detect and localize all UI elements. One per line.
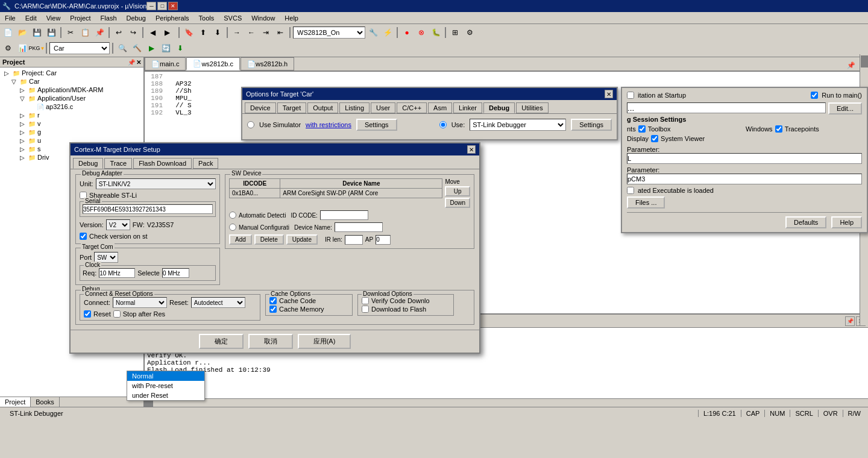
auto-detect-radio[interactable] bbox=[229, 212, 236, 219]
tb-debug-opt1[interactable]: 🔧 bbox=[366, 27, 380, 39]
connect-dropdown[interactable]: Normal bbox=[113, 297, 167, 308]
files-btn[interactable]: Files ... bbox=[627, 196, 665, 209]
options-tab-cpp[interactable]: C/C++ bbox=[397, 102, 427, 113]
defaults-btn[interactable]: Defaults bbox=[785, 216, 826, 228]
param1-input[interactable] bbox=[627, 153, 862, 164]
tb-nav-back[interactable]: ◀ bbox=[146, 27, 159, 39]
panel-tab-project[interactable]: Project bbox=[0, 397, 31, 407]
download-flash-check[interactable] bbox=[362, 306, 369, 313]
up-btn[interactable]: Up bbox=[445, 186, 470, 196]
tb-new[interactable]: 📄 bbox=[1, 27, 14, 39]
tb-open[interactable]: 📂 bbox=[16, 27, 29, 39]
tb-window[interactable]: ⊞ bbox=[448, 27, 462, 39]
options-tab-output[interactable]: Output bbox=[307, 102, 338, 113]
minimize-button[interactable]: ─ bbox=[146, 2, 156, 10]
close-button[interactable]: ✕ bbox=[168, 2, 178, 10]
cache-memory-check[interactable] bbox=[269, 306, 277, 313]
options-tab-debug[interactable]: Debug bbox=[483, 102, 515, 113]
tracepoints-check[interactable] bbox=[775, 125, 782, 133]
menu-edit[interactable]: Edit bbox=[20, 13, 42, 23]
ok-btn[interactable]: 确定 bbox=[199, 334, 244, 349]
tb-outdent[interactable]: ← bbox=[245, 27, 258, 39]
tb-dbg[interactable]: 🐛 bbox=[429, 27, 442, 39]
dropdown-item-under-reset[interactable]: under Reset bbox=[127, 391, 204, 400]
menu-flash[interactable]: Flash bbox=[96, 13, 122, 23]
param2-input[interactable] bbox=[627, 174, 862, 184]
cortex-tab-flash[interactable]: Flash Download bbox=[133, 158, 192, 169]
tb-next-bookmark[interactable]: ⬇ bbox=[211, 27, 224, 39]
options-tab-device[interactable]: Device bbox=[245, 102, 276, 113]
tb-indent[interactable]: → bbox=[230, 27, 244, 39]
tree-item-ap3216[interactable]: 📄 ap3216.c bbox=[1, 102, 142, 111]
options-tab-linker[interactable]: Linker bbox=[453, 102, 482, 113]
tb-redo[interactable]: ↪ bbox=[127, 27, 140, 39]
req-input[interactable] bbox=[99, 268, 135, 278]
reset-check[interactable] bbox=[84, 310, 91, 318]
delete-btn[interactable]: Delete bbox=[254, 234, 284, 245]
menu-debug[interactable]: Debug bbox=[122, 13, 151, 23]
stop-after-reset-check[interactable] bbox=[113, 310, 121, 318]
tree-item-r[interactable]: ▷ 📁 r bbox=[1, 111, 142, 119]
tree-item-g[interactable]: ▷ 📁 g bbox=[1, 128, 142, 136]
tb-manage[interactable]: 📊 bbox=[16, 42, 29, 54]
debug-target-dropdown[interactable]: WS2812B_On bbox=[293, 27, 365, 39]
ir-len-input[interactable] bbox=[345, 235, 363, 245]
tb-download[interactable]: ⬇ bbox=[174, 42, 187, 54]
manual-config-radio[interactable] bbox=[229, 224, 236, 231]
cortex-tab-pack[interactable]: Pack bbox=[193, 158, 218, 169]
menu-help[interactable]: Help bbox=[280, 13, 303, 23]
version-dropdown[interactable]: V2 bbox=[106, 219, 130, 230]
init-file-input[interactable] bbox=[627, 102, 826, 113]
init-startup-check[interactable] bbox=[627, 92, 634, 99]
apply-btn[interactable]: 应用(A) bbox=[298, 334, 351, 349]
tab-pin[interactable]: 📌 bbox=[844, 60, 858, 71]
tb-target-opts[interactable]: ⚙ bbox=[1, 42, 14, 54]
with-restrictions-link[interactable]: with restrictions bbox=[306, 121, 351, 128]
menu-project[interactable]: Project bbox=[65, 13, 95, 23]
tb-indent2[interactable]: ⇥ bbox=[259, 27, 272, 39]
tb-find-config[interactable]: 🔍 bbox=[116, 42, 129, 54]
tb-debug-opt2[interactable]: ⚡ bbox=[381, 27, 394, 39]
options-tab-utilities[interactable]: Utilities bbox=[516, 102, 548, 113]
tree-item-car[interactable]: ▽ 📁 Car bbox=[1, 77, 142, 86]
tb-bookmark[interactable]: 🔖 bbox=[182, 27, 195, 39]
tab-ws2812b-c[interactable]: 📄 ws2812b.c bbox=[186, 57, 240, 71]
tb-paste[interactable]: 📌 bbox=[93, 27, 106, 39]
reset-dropdown[interactable]: Autodetect bbox=[191, 297, 245, 308]
menu-view[interactable]: View bbox=[42, 13, 66, 23]
bottom-scrollbar[interactable] bbox=[145, 398, 868, 407]
add-btn[interactable]: Add bbox=[229, 234, 252, 245]
tb-hammer[interactable]: 🔨 bbox=[130, 42, 143, 54]
tb-pkg[interactable]: PKG ▼ bbox=[30, 42, 43, 54]
tb-outdent2[interactable]: ⇤ bbox=[274, 27, 287, 39]
update-btn[interactable]: Update bbox=[286, 234, 318, 245]
tb-save[interactable]: 💾 bbox=[30, 27, 43, 39]
use-simulator-radio[interactable] bbox=[247, 121, 254, 128]
cortex-tab-debug[interactable]: Debug bbox=[73, 158, 103, 169]
sysviewer-check[interactable] bbox=[651, 135, 658, 142]
unit-dropdown[interactable]: ST-LINK/V2 bbox=[96, 178, 216, 189]
options-tab-user[interactable]: User bbox=[371, 102, 395, 113]
down-btn[interactable]: Down bbox=[445, 198, 470, 208]
selected-input[interactable] bbox=[162, 268, 189, 278]
settings-btn-2[interactable]: Settings bbox=[571, 119, 612, 131]
tb-prev-bookmark[interactable]: ⬆ bbox=[197, 27, 210, 39]
dropdown-item-pre-reset[interactable]: with Pre-reset bbox=[127, 381, 204, 391]
tb-options[interactable]: ⚙ bbox=[463, 27, 476, 39]
debugger-dropdown[interactable]: ST-Link Debugger bbox=[470, 119, 566, 131]
menu-svcs[interactable]: SVCS bbox=[219, 13, 247, 23]
cache-code-check[interactable] bbox=[269, 297, 277, 304]
tb-stop[interactable]: ⊗ bbox=[415, 27, 428, 39]
cancel-btn[interactable]: 取消 bbox=[248, 334, 293, 349]
edit-btn[interactable]: Edit... bbox=[828, 102, 862, 114]
options-tab-listing[interactable]: Listing bbox=[339, 102, 370, 113]
check-version-check[interactable] bbox=[80, 233, 87, 240]
tb-save-all[interactable]: 💾 bbox=[45, 27, 58, 39]
tab-main-c[interactable]: 📄 main.c bbox=[145, 57, 186, 71]
ap-input[interactable] bbox=[376, 235, 391, 245]
serial-input[interactable] bbox=[83, 204, 213, 214]
options-tab-asm[interactable]: Asm bbox=[428, 102, 452, 113]
exec-check[interactable] bbox=[627, 187, 634, 194]
tree-item-mdk-arm[interactable]: ▷ 📁 Application/MDK-ARM bbox=[1, 86, 142, 94]
maximize-button[interactable]: □ bbox=[157, 2, 167, 10]
